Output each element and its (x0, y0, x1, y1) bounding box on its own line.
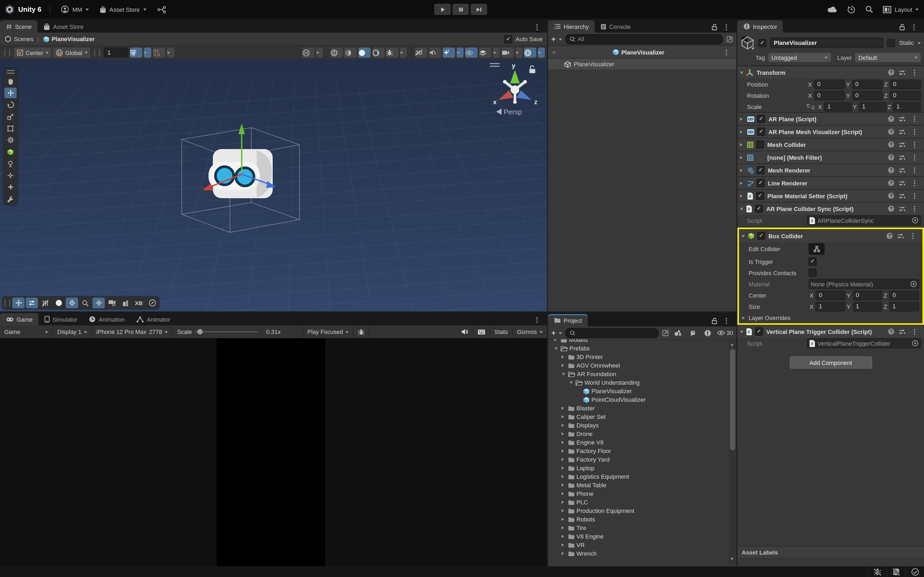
search-by-type-button[interactable] (672, 327, 684, 338)
asset-store-menu[interactable]: Asset Store (99, 6, 146, 13)
foldout-icon[interactable] (740, 181, 744, 185)
debugger-status-button[interactable] (868, 566, 887, 577)
grid-crossed-overlay-button[interactable] (39, 298, 51, 308)
component-enabled-checkbox[interactable]: ✓ (757, 179, 765, 187)
project-item-Factory Floor[interactable]: Factory Floor (548, 446, 729, 455)
presets-icon[interactable] (898, 180, 905, 186)
create-button[interactable]: + (551, 329, 556, 337)
tab-console[interactable]: Console (594, 20, 636, 32)
gameobject-name-field[interactable]: PlaneVisualizer (770, 37, 884, 48)
Is Trigger-checkbox[interactable]: ✓ (809, 258, 817, 266)
presets-icon[interactable] (898, 205, 905, 212)
help-icon[interactable]: ? (888, 69, 895, 76)
kebab-menu-icon[interactable]: ⋮ (908, 24, 920, 31)
rotate-tool-button[interactable] (4, 99, 16, 110)
z-field[interactable]: 1 (893, 102, 921, 111)
project-item-AGV Omniwheel[interactable]: AGV Omniwheel (548, 361, 729, 370)
vsync-button[interactable] (473, 326, 490, 338)
kebab-menu-icon[interactable]: ⋮ (909, 205, 920, 212)
rect-tool-button[interactable] (4, 123, 16, 134)
kebab-menu-icon[interactable]: ⋮ (721, 24, 732, 31)
hierarchy-item-PlaneVisualizer[interactable]: PlaneVisualizer (548, 59, 736, 69)
project-item-Logistics Equipment[interactable]: Logistics Equipment (548, 472, 729, 481)
diamond-overlay-button[interactable] (66, 298, 78, 308)
component-enabled-checkbox[interactable]: ✓ (755, 327, 763, 335)
project-item-Models[interactable]: Models (548, 339, 729, 344)
kebab-menu-icon[interactable]: ⋮ (909, 141, 920, 148)
project-search-input[interactable] (565, 328, 659, 338)
scale-slider-knob[interactable] (197, 329, 203, 334)
toolbar-drag-handle[interactable] (4, 49, 10, 56)
search-by-label-button[interactable] (687, 327, 699, 338)
create-dropdown[interactable] (559, 38, 562, 42)
gameobject-icon[interactable]: one" stroke="#b8b8b8" stroke-width="1.4"… (741, 36, 754, 50)
tab-project[interactable]: Project (548, 314, 588, 326)
object-picker-icon[interactable] (910, 280, 917, 287)
component-enabled-checkbox[interactable]: ✓ (757, 232, 765, 240)
step-button[interactable] (470, 4, 487, 15)
overlay-drag-handle[interactable] (7, 70, 14, 74)
scene-viewport[interactable]: y x z Persp XB (0, 59, 547, 311)
auto-save-checkbox[interactable]: ✓ (504, 35, 512, 43)
kebab-menu-icon[interactable]: ⋮ (908, 232, 919, 239)
presets-icon[interactable] (898, 141, 905, 148)
presets-icon[interactable] (898, 129, 905, 135)
foldout-icon[interactable] (561, 458, 566, 461)
fx-button[interactable] (443, 48, 455, 58)
orientation-mode-button[interactable]: Global (53, 48, 90, 58)
project-item-Drone[interactable]: Drone (548, 430, 729, 438)
foldout-icon[interactable] (740, 143, 744, 146)
xb-overlay-button[interactable]: XB (132, 298, 145, 308)
play-mode-dropdown[interactable]: Play Focused (303, 326, 354, 338)
kebab-menu-icon[interactable]: ⋮ (531, 316, 543, 323)
cloud-services-icon[interactable] (827, 6, 837, 13)
foldout-icon[interactable] (561, 518, 566, 521)
help-icon[interactable]: ? (888, 154, 895, 161)
project-item-AR Foundation[interactable]: AR Foundation (548, 370, 729, 378)
prefab-back-button[interactable]: < (552, 49, 556, 55)
game-viewport[interactable] (0, 338, 547, 566)
lock-icon[interactable] (711, 24, 717, 31)
foldout-icon[interactable] (561, 501, 566, 504)
tab-hierarchy[interactable]: Hierarchy (548, 20, 594, 32)
foldout-icon[interactable] (561, 535, 566, 538)
foldout-icon[interactable] (561, 355, 566, 358)
help-icon[interactable]: ? (886, 232, 893, 239)
increment-snap-button[interactable] (153, 48, 165, 58)
kebab-menu-icon[interactable]: ⋮ (909, 179, 920, 187)
project-item-Engine V8[interactable]: Engine V8 (548, 438, 729, 446)
pause-button[interactable] (452, 4, 469, 15)
kebab-menu-icon[interactable]: ⋮ (721, 48, 732, 56)
presets-icon[interactable] (898, 328, 905, 335)
bug-dropdown[interactable] (400, 48, 407, 58)
object-picker-icon[interactable] (912, 217, 919, 224)
object-picker-icon[interactable] (912, 340, 919, 347)
component-header-Vertical Plane Trigger Collider (Script)[interactable]: # ✓ Vertical Plane Trigger Collider (Scr… (737, 325, 924, 338)
y-field[interactable]: 0 (852, 79, 883, 89)
cube-green-tool-button[interactable] (4, 147, 16, 157)
scale-tool-button[interactable] (4, 111, 16, 122)
add-component-button[interactable]: Add Component (790, 356, 872, 369)
grid-snap-button[interactable]: Y (130, 48, 142, 58)
overlay-drag-handle[interactable] (4, 299, 10, 307)
breadcrumb-root[interactable]: Scenes (14, 36, 34, 42)
component-header-Plane Material Setter (Script)[interactable]: # ✓ Plane Material Setter (Script) ?⋮ (737, 189, 924, 202)
camera-button[interactable] (502, 48, 514, 58)
kebab-menu-icon[interactable]: ⋮ (909, 192, 920, 199)
mute-audio-button[interactable] (456, 326, 473, 338)
sphere-solid-button[interactable] (358, 48, 371, 58)
foldout-icon[interactable] (561, 406, 566, 410)
camera-dropdown[interactable] (515, 48, 522, 58)
foldout-icon[interactable] (561, 552, 566, 555)
plane-visualizer-object[interactable] (208, 149, 273, 198)
foldout-icon[interactable] (740, 169, 744, 172)
tab-game[interactable]: Game (0, 313, 39, 326)
tab-animation[interactable]: Animation (83, 313, 131, 326)
project-item-PLC[interactable]: PLC (548, 498, 729, 506)
foldout-icon[interactable] (553, 339, 559, 342)
center-overlay-button[interactable] (92, 298, 105, 308)
pivot-mode-button[interactable]: Center (14, 48, 51, 58)
Provides Contacts-checkbox[interactable] (809, 269, 817, 277)
component-header-AR Plane (Script)[interactable]: ✓ AR Plane (Script) ?⋮ (737, 112, 924, 125)
toolbar-drag-handle[interactable] (94, 49, 100, 56)
